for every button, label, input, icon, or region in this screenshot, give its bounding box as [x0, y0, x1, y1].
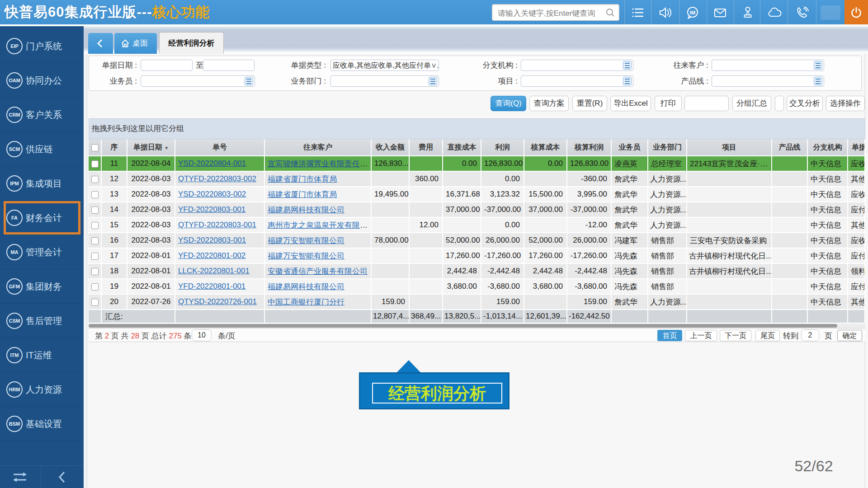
svg-text:IM: IM — [690, 10, 695, 15]
